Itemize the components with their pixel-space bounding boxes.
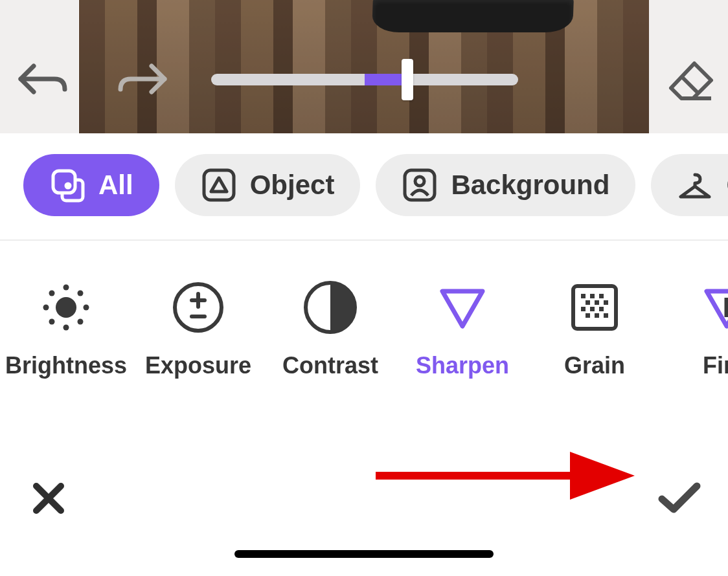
image-detail	[372, 0, 574, 32]
svg-rect-2	[204, 170, 234, 200]
svg-point-5	[56, 297, 76, 318]
svg-rect-27	[595, 313, 599, 318]
eraser-icon	[666, 58, 715, 104]
brightness-icon	[40, 281, 93, 334]
redo-button[interactable]	[118, 60, 168, 100]
cancel-button[interactable]	[26, 476, 71, 521]
svg-point-6	[63, 285, 69, 291]
adjustment-tools: Brightness Exposure Contrast Sharpen	[0, 241, 728, 379]
image-preview[interactable]	[0, 0, 728, 133]
svg-rect-24	[590, 307, 595, 311]
tool-label: Exposure	[145, 352, 251, 379]
tab-object[interactable]: Object	[175, 154, 361, 216]
hanger-icon	[677, 167, 713, 203]
person-icon	[402, 167, 438, 203]
sharpen-icon	[436, 281, 489, 334]
tool-label: Grain	[564, 352, 625, 379]
grain-icon	[568, 281, 621, 334]
undo-button[interactable]	[17, 60, 67, 100]
confirm-bar	[0, 460, 728, 537]
slider-thumb[interactable]	[402, 59, 413, 100]
undo-icon	[17, 60, 67, 97]
tool-label: Contrast	[282, 352, 378, 379]
tab-label: All	[98, 170, 133, 201]
tab-background[interactable]: Background	[376, 154, 635, 216]
svg-point-12	[49, 319, 55, 325]
svg-rect-17	[581, 294, 586, 298]
svg-point-8	[43, 305, 49, 311]
tool-contrast[interactable]: Contrast	[264, 281, 396, 379]
svg-point-1	[66, 184, 70, 188]
tool-brightness[interactable]: Brightness	[0, 281, 132, 379]
svg-rect-26	[586, 313, 590, 318]
svg-point-7	[63, 325, 69, 331]
svg-rect-20	[586, 300, 590, 305]
confirm-button[interactable]	[657, 476, 702, 521]
svg-rect-0	[53, 171, 75, 193]
svg-rect-25	[599, 307, 604, 311]
check-icon	[657, 481, 702, 516]
contrast-icon	[304, 281, 357, 334]
tool-label: Fine	[703, 352, 728, 379]
tool-grain[interactable]: Grain	[529, 281, 661, 379]
tab-clothes[interactable]: Clothes	[651, 154, 728, 216]
tab-label: Object	[250, 170, 335, 201]
svg-rect-23	[581, 307, 586, 311]
tool-label: Sharpen	[416, 352, 509, 379]
tool-exposure[interactable]: Exposure	[132, 281, 264, 379]
layers-icon	[49, 167, 85, 203]
tool-label: Brightness	[5, 352, 127, 379]
tab-label: Background	[451, 170, 609, 201]
svg-point-11	[78, 291, 84, 296]
svg-point-10	[49, 291, 55, 296]
tool-sharpen[interactable]: Sharpen	[396, 281, 529, 379]
home-indicator	[234, 550, 494, 558]
svg-rect-18	[590, 294, 595, 298]
triangle-icon	[201, 167, 237, 203]
adjustment-slider[interactable]	[211, 74, 518, 85]
svg-rect-21	[595, 300, 599, 305]
exposure-icon	[172, 281, 225, 334]
svg-rect-22	[604, 300, 608, 305]
fine-icon	[700, 281, 728, 334]
category-tabs: All Object Background Clothes	[0, 133, 728, 241]
svg-point-13	[78, 319, 84, 325]
tool-fine[interactable]: Fine	[661, 281, 728, 379]
svg-point-9	[84, 305, 89, 311]
svg-point-4	[415, 177, 424, 186]
svg-rect-19	[599, 294, 604, 298]
eraser-button[interactable]	[666, 58, 715, 106]
redo-icon	[118, 60, 168, 97]
close-icon	[31, 481, 66, 516]
tab-all[interactable]: All	[23, 154, 159, 216]
svg-rect-28	[604, 313, 608, 318]
